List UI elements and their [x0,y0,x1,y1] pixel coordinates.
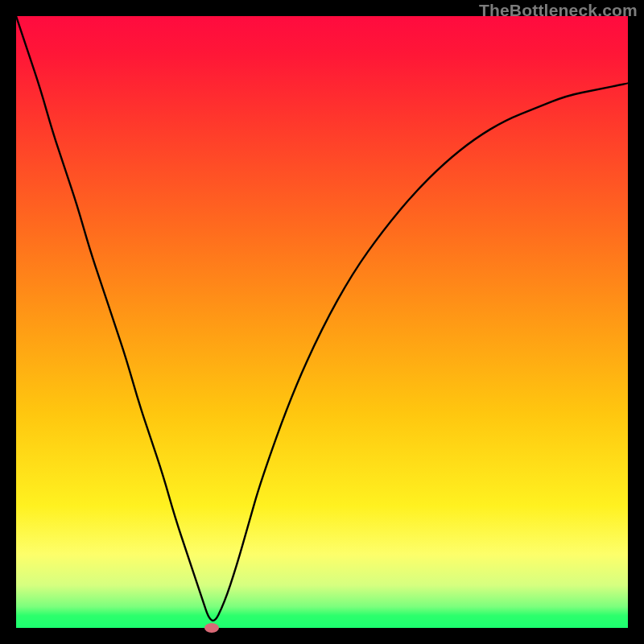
curve-path [16,16,628,621]
attribution-text: TheBottleneck.com [479,1,638,20]
chart-frame: TheBottleneck.com [0,0,644,644]
plot-area [16,16,628,628]
minimum-marker [204,623,219,633]
bottleneck-curve [16,16,628,628]
